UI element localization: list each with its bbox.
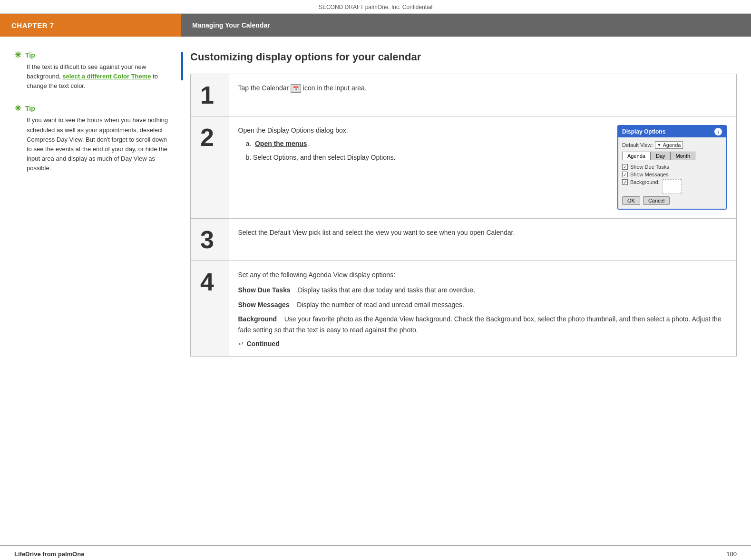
tab-agenda[interactable]: Agenda: [622, 152, 651, 160]
cb-background-label: Background:: [630, 179, 660, 185]
sidebar: ✳ Tip If the text is difficult to see ag…: [0, 51, 181, 536]
step-row-1: 1 Tap the Calendar 📅 icon in the input a…: [191, 74, 737, 116]
view-tab-row: Agenda Day Month: [622, 152, 722, 160]
step3-text: Select the Default View pick list and se…: [238, 227, 727, 238]
step-row-2: 2 Open the Display Options dialog box: a…: [191, 116, 737, 219]
chapter-header: CHAPTER 7 Managing Your Calendar: [0, 14, 751, 37]
cb-messages-label: Show Messages: [630, 172, 669, 177]
step4-intro: Set any of the following Agenda View dis…: [238, 270, 727, 280]
show-messages-desc: Display the number of read and unread em…: [292, 301, 464, 309]
footer-title: LifeDrive from palmOne: [14, 550, 84, 558]
continued-row: ↵ Continued: [238, 340, 727, 348]
tip2-label: Tip: [25, 105, 35, 112]
step-row-3: 3 Select the Default View pick list and …: [191, 219, 737, 261]
tip1-label: Tip: [25, 51, 35, 59]
step-row-4: 4 Set any of the following Agenda View d…: [191, 261, 737, 357]
tip1-link[interactable]: select a different Color Theme: [62, 73, 151, 80]
dialog-ok-button[interactable]: OK: [622, 196, 640, 205]
show-due-tasks-label: Show Due Tasks: [238, 286, 291, 294]
tip1-header: ✳ Tip: [14, 51, 171, 59]
step4-background: Background Use your favorite photo as th…: [238, 314, 727, 335]
tip2-text: If you want to see the hours when you ha…: [14, 116, 171, 173]
background-row: ✓ Background:: [622, 179, 722, 193]
blue-indicator-bar: [181, 52, 183, 80]
display-options-dialog: Display Options i Default View: ▼ Agenda: [617, 125, 727, 210]
step1-number-cell: 1: [191, 74, 229, 116]
page-footer: LifeDrive from palmOne 180: [0, 545, 751, 560]
step2-content: Open the Display Options dialog box: a. …: [229, 116, 737, 219]
tip1-asterisk: ✳: [14, 51, 21, 59]
tip2-header: ✳ Tip: [14, 104, 171, 113]
step2-number-cell: 2: [191, 116, 229, 219]
section-heading: Customizing display options for your cal…: [190, 51, 737, 63]
show-messages-label: Show Messages: [238, 301, 290, 309]
chapter-label: CHAPTER 7: [0, 14, 181, 37]
continued-text: Continued: [247, 340, 280, 348]
tip-block-2: ✳ Tip If you want to see the hours when …: [14, 104, 171, 173]
step1-number: 1: [200, 81, 214, 109]
default-view-label: Default View:: [622, 142, 653, 148]
dialog-titlebar: Display Options i: [618, 126, 726, 137]
step4-number-cell: 4: [191, 261, 229, 357]
step4-content: Set any of the following Agenda View dis…: [229, 261, 737, 357]
right-content: Customizing display options for your cal…: [185, 51, 751, 536]
show-due-tasks-desc: Display tasks that are due today and tas…: [293, 286, 475, 294]
step4-number: 4: [200, 268, 214, 296]
checkbox-show-due-tasks: ✓ Show Due Tasks: [622, 164, 722, 170]
checkbox-show-messages: ✓ Show Messages: [622, 172, 722, 177]
step2-inner: Open the Display Options dialog box: a. …: [238, 125, 727, 210]
tip2-asterisk: ✳: [14, 104, 21, 113]
default-view-dropdown[interactable]: ▼ Agenda: [655, 141, 683, 149]
tip-block-1: ✳ Tip If the text is difficult to see ag…: [14, 51, 171, 91]
tab-day[interactable]: Day: [651, 152, 671, 160]
step4-show-messages: Show Messages Display the number of read…: [238, 299, 727, 310]
tab-month[interactable]: Month: [671, 152, 696, 160]
step3-number: 3: [200, 226, 214, 253]
steps-table: 1 Tap the Calendar 📅 icon in the input a…: [190, 74, 737, 357]
footer-page: 180: [726, 550, 737, 558]
step2-intro: Open the Display Options dialog box:: [238, 125, 608, 135]
dropdown-arrow-icon: ▼: [657, 143, 662, 147]
step3-number-cell: 3: [191, 219, 229, 261]
step2-text-area: Open the Display Options dialog box: a. …: [238, 125, 608, 163]
cb-background-box[interactable]: ✓: [622, 179, 628, 185]
calendar-icon: 📅: [291, 84, 301, 93]
continued-arrow-icon: ↵: [238, 340, 244, 348]
dialog-title: Display Options: [622, 128, 665, 135]
step4-show-due: Show Due Tasks Display tasks that are du…: [238, 285, 727, 295]
step2-number: 2: [200, 124, 214, 151]
cb-due-tasks-label: Show Due Tasks: [630, 164, 669, 170]
watermark-text: SECOND DRAFT palmOne, Inc. Confidential: [319, 4, 432, 10]
tip1-text: If the text is difficult to see against …: [14, 62, 171, 91]
step1-text: Tap the Calendar 📅 icon in the input are…: [238, 83, 727, 93]
dialog-body: Default View: ▼ Agenda Agenda Day: [618, 137, 726, 209]
tip1-link-text: select a different Color Theme: [62, 73, 151, 80]
main-content: ✳ Tip If the text is difficult to see ag…: [0, 37, 751, 536]
dialog-cancel-button[interactable]: Cancel: [643, 196, 670, 205]
default-view-value: Agenda: [663, 142, 681, 148]
background-swatch[interactable]: [663, 179, 682, 193]
cb-messages-box[interactable]: ✓: [622, 172, 628, 177]
dialog-info-icon: i: [714, 128, 722, 135]
step2-sub-a: a. Open the menus.: [246, 138, 608, 149]
open-menus-link[interactable]: Open the menus: [255, 140, 307, 147]
default-view-row: Default View: ▼ Agenda: [622, 141, 722, 149]
chapter-title: Managing Your Calendar: [181, 14, 751, 37]
background-label: Background: [238, 315, 277, 323]
step2-sub-b: b. Select Options, and then select Displ…: [246, 152, 608, 163]
step3-content: Select the Default View pick list and se…: [229, 219, 737, 261]
step1-content: Tap the Calendar 📅 icon in the input are…: [229, 74, 737, 116]
background-desc: Use your favorite photo as the Agenda Vi…: [238, 315, 722, 333]
dialog-buttons: OK Cancel: [622, 196, 722, 205]
cb-due-tasks-box[interactable]: ✓: [622, 164, 628, 170]
page-watermark: SECOND DRAFT palmOne, Inc. Confidential: [0, 0, 751, 14]
